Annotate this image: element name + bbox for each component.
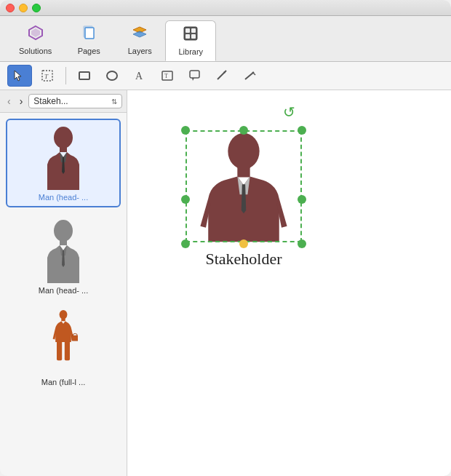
connector-tool[interactable] — [238, 65, 263, 87]
svg-rect-32 — [65, 341, 70, 360]
handle-middle-left[interactable] — [181, 195, 190, 204]
pages-icon — [81, 25, 97, 44]
text-box-tool[interactable]: T — [155, 65, 180, 87]
tool-separator-1 — [65, 67, 66, 84]
svg-text:T: T — [44, 73, 49, 80]
library-icon — [183, 25, 199, 45]
traffic-lights — [6, 4, 41, 12]
dropdown-text: Stakeh... — [33, 96, 108, 106]
tabs-row: Solutions Pages Layers — [0, 16, 451, 62]
layers-icon — [132, 25, 148, 44]
svg-line-23 — [245, 72, 254, 79]
sidebar-item-man-head-2[interactable]: Man (head- ... — [6, 213, 121, 299]
item-icon-box-1 — [23, 124, 103, 190]
canvas-figure-label[interactable]: Stakeholder — [205, 250, 282, 269]
svg-point-25 — [54, 127, 73, 148]
item-icon-box-2 — [23, 218, 103, 283]
ellipse-tool[interactable] — [100, 65, 124, 87]
handle-bottom-right[interactable] — [298, 239, 306, 248]
select-tool[interactable] — [7, 65, 32, 87]
svg-rect-9 — [185, 34, 190, 39]
svg-rect-7 — [185, 28, 190, 33]
svg-marker-5 — [133, 31, 146, 37]
handle-top-center[interactable] — [239, 126, 248, 135]
svg-marker-20 — [192, 78, 194, 81]
solutions-icon — [28, 25, 44, 44]
sidebar-nav: ‹ › Stakeh... ⇅ — [0, 90, 127, 113]
library-label: Library — [178, 47, 203, 56]
callout-tool[interactable] — [183, 65, 207, 87]
nav-back-button[interactable]: ‹ — [4, 94, 14, 108]
svg-text:A: A — [135, 71, 143, 82]
handle-top-left[interactable] — [181, 126, 190, 135]
handle-bottom-center[interactable] — [239, 239, 248, 248]
maximize-button[interactable] — [32, 4, 41, 12]
solutions-label: Solutions — [19, 47, 52, 55]
tab-solutions[interactable]: Solutions — [7, 20, 63, 61]
svg-marker-11 — [15, 71, 21, 81]
svg-rect-8 — [191, 28, 196, 33]
man-head-figure-2 — [34, 218, 92, 283]
main-area: ‹ › Stakeh... ⇅ — [0, 90, 451, 476]
svg-rect-30 — [61, 319, 65, 322]
title-bar — [0, 0, 451, 16]
svg-marker-1 — [31, 28, 40, 37]
selection-box — [185, 130, 302, 242]
line-tool[interactable] — [210, 65, 235, 87]
svg-rect-33 — [72, 336, 78, 341]
sidebar: ‹ › Stakeh... ⇅ — [0, 90, 127, 476]
tools-row: T A T — [0, 62, 451, 90]
canvas-figure-container[interactable]: Stakeholder — [185, 130, 302, 269]
text-select-tool[interactable]: T — [35, 65, 60, 87]
minimize-button[interactable] — [19, 4, 28, 12]
svg-rect-14 — [79, 72, 89, 79]
handle-bottom-left[interactable] — [181, 239, 190, 248]
svg-point-15 — [107, 71, 117, 80]
svg-rect-3 — [85, 28, 94, 39]
svg-rect-26 — [60, 146, 67, 152]
svg-rect-10 — [191, 34, 196, 39]
item-label-1: Man (head- ... — [39, 193, 88, 202]
rectangle-tool[interactable] — [72, 65, 97, 87]
item-icon-box-3 — [23, 309, 103, 375]
svg-text:T: T — [164, 73, 168, 79]
svg-rect-31 — [57, 341, 62, 360]
dropdown-arrows-icon: ⇅ — [111, 98, 117, 106]
sidebar-item-man-full-1[interactable]: Man (full-l ... — [6, 305, 121, 391]
svg-point-29 — [60, 310, 68, 320]
layers-label: Layers — [128, 47, 152, 55]
loading-spinner: ↺ — [283, 103, 295, 121]
man-full-figure-1 — [49, 309, 78, 375]
tab-pages[interactable]: Pages — [63, 20, 114, 61]
svg-rect-28 — [60, 239, 67, 245]
close-button[interactable] — [6, 4, 15, 12]
man-head-figure-1 — [34, 124, 92, 190]
tab-layers[interactable]: Layers — [114, 20, 165, 61]
sidebar-item-man-head-1[interactable]: Man (head- ... — [6, 119, 121, 207]
pages-label: Pages — [78, 47, 100, 55]
text-tool[interactable]: A — [127, 65, 152, 87]
tab-library[interactable]: Library — [165, 20, 216, 61]
category-dropdown[interactable]: Stakeh... ⇅ — [28, 94, 122, 108]
item-label-3: Man (full-l ... — [41, 378, 86, 386]
item-label-2: Man (head- ... — [39, 286, 88, 295]
canvas[interactable]: ↺ — [127, 90, 451, 476]
handle-top-right[interactable] — [298, 126, 306, 135]
nav-forward-button[interactable]: › — [17, 94, 26, 108]
svg-point-27 — [54, 220, 73, 242]
svg-rect-19 — [190, 71, 199, 78]
sidebar-items: Man (head- ... Man (head- ... — [0, 113, 127, 476]
handle-middle-right[interactable] — [298, 195, 306, 204]
